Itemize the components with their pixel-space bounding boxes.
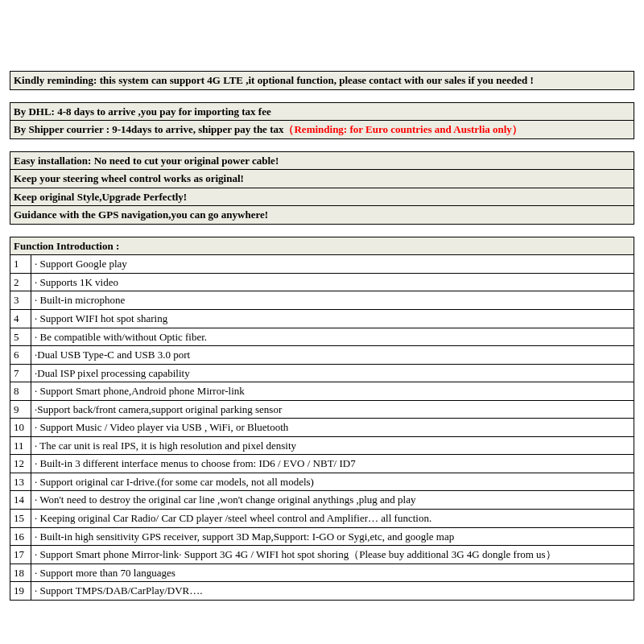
row-number: 12 (10, 455, 31, 473)
table-row: 4· Support WIFI hot spot sharing (10, 310, 634, 328)
row-number: 7 (10, 364, 31, 382)
table-row: 19· Support TMPS/DAB/CarPlay/DVR…. (10, 582, 634, 601)
row-number: 8 (10, 382, 31, 401)
function-intro-title: Function Introduction : (10, 237, 634, 255)
row-number: 4 (10, 310, 31, 328)
courier-warning: （Reminding: for Euro countries and Austr… (283, 123, 522, 135)
row-number: 11 (10, 436, 31, 455)
row-text: · Support original car I-drive.(for some… (31, 473, 634, 491)
row-number: 10 (10, 419, 31, 437)
row-text: · Support Google play (31, 255, 634, 274)
table-row: 17· Support Smart phone Mirror-link· Sup… (10, 546, 634, 564)
table-row: 12· Built-in 3 different interface menus… (10, 455, 634, 473)
highlight-text: Keep original Style,Upgrade Perfectly! (10, 188, 634, 206)
table-row: 18· Support more than 70 languages (10, 564, 634, 582)
row-text: ·Dual USB Type-C and USB 3.0 port (31, 346, 634, 365)
row-text: ·Dual ISP pixel processing capability (31, 364, 634, 382)
row-number: 19 (10, 582, 31, 601)
row-number: 2 (10, 273, 31, 291)
table-row: 9·Support back/front camera,support orig… (10, 400, 634, 419)
highlight-row: Easy installation: No need to cut your o… (10, 151, 634, 170)
row-text: · Built-in high sensitivity GPS receiver… (31, 527, 634, 546)
table-row: 5· Be compatible with/without Optic fibe… (10, 328, 634, 346)
row-number: 5 (10, 328, 31, 346)
row-number: 18 (10, 564, 31, 582)
courier-prefix: By Shipper courrier : 9-14days to arrive… (14, 123, 283, 135)
table-row: 6·Dual USB Type-C and USB 3.0 port (10, 346, 634, 365)
row-text: · Support TMPS/DAB/CarPlay/DVR…. (31, 582, 634, 601)
table-row: 14· Won't need to destroy the original c… (10, 491, 634, 510)
row-text: · Support Music / Video player via USB ,… (31, 419, 634, 437)
row-number: 13 (10, 473, 31, 491)
table-row: 7·Dual ISP pixel processing capability (10, 364, 634, 382)
shipping-dhl-row: By DHL: 4-8 days to arrive ,you pay for … (10, 102, 634, 121)
row-text: · Won't need to destroy the original car… (31, 491, 634, 510)
highlight-row: Guidance with the GPS navigation,you can… (10, 206, 634, 225)
row-number: 9 (10, 400, 31, 419)
highlight-text: Guidance with the GPS navigation,you can… (10, 206, 634, 225)
row-number: 6 (10, 346, 31, 365)
row-text: · Supports 1K video (31, 273, 634, 291)
table-row: 3· Built-in microphone (10, 291, 634, 310)
row-number: 1 (10, 255, 31, 274)
table-row: 1· Support Google play (10, 255, 634, 274)
row-text: · Be compatible with/without Optic fiber… (31, 328, 634, 346)
table-row: 10· Support Music / Video player via USB… (10, 419, 634, 437)
highlight-row: Keep your steering wheel control works a… (10, 170, 634, 188)
row-text: · Support Smart phone,Android phone Mirr… (31, 382, 634, 401)
highlight-text: Easy installation: No need to cut your o… (10, 151, 634, 170)
row-number: 16 (10, 527, 31, 546)
row-text: · Support Smart phone Mirror-link· Suppo… (31, 546, 634, 564)
row-number: 17 (10, 546, 31, 564)
row-number: 3 (10, 291, 31, 310)
row-text: ·Support back/front camera,support origi… (31, 400, 634, 419)
highlight-text: Keep your steering wheel control works a… (10, 170, 634, 188)
shipping-dhl-text: By DHL: 4-8 days to arrive ,you pay for … (10, 102, 634, 121)
row-number: 14 (10, 491, 31, 510)
table-row: 11· The car unit is real IPS, it is high… (10, 436, 634, 455)
spacer (10, 224, 634, 237)
row-text: · Support WIFI hot spot sharing (31, 310, 634, 328)
table-row: 2· Supports 1K video (10, 273, 634, 291)
row-text: · Support more than 70 languages (31, 564, 634, 582)
row-text: · Built-in microphone (31, 291, 634, 310)
row-text: · The car unit is real IPS, it is high r… (31, 436, 634, 455)
notice-text: Kindly reminding: this system can suppor… (10, 72, 634, 90)
row-number: 15 (10, 510, 31, 528)
function-intro-title-row: Function Introduction : (10, 237, 634, 255)
spec-table: Kindly reminding: this system can suppor… (10, 71, 634, 601)
spacer (10, 89, 634, 102)
spacer (10, 138, 634, 151)
row-text: · Keeping original Car Radio/ Car CD pla… (31, 510, 634, 528)
table-row: 8· Support Smart phone,Android phone Mir… (10, 382, 634, 401)
notice-row: Kindly reminding: this system can suppor… (10, 72, 634, 90)
row-text: · Built-in 3 different interface menus t… (31, 455, 634, 473)
shipping-courier-text: By Shipper courrier : 9-14days to arrive… (10, 121, 634, 139)
shipping-courier-row: By Shipper courrier : 9-14days to arrive… (10, 121, 634, 139)
table-row: 16· Built-in high sensitivity GPS receiv… (10, 527, 634, 546)
highlight-row: Keep original Style,Upgrade Perfectly! (10, 188, 634, 206)
table-row: 15· Keeping original Car Radio/ Car CD p… (10, 510, 634, 528)
table-row: 13· Support original car I-drive.(for so… (10, 473, 634, 491)
